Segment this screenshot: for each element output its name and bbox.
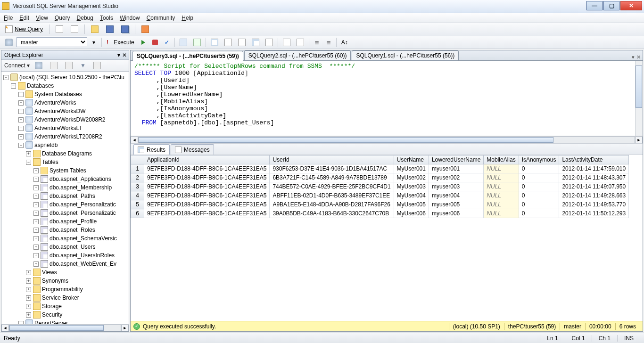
table-row[interactable]: 39E7FE3FD-D188-4DFF-B8C6-1CA4EEF31EA5744… [131,182,629,191]
connect-button[interactable]: Connect ▾ [4,62,30,69]
menu-query[interactable]: Query [55,15,70,21]
cell[interactable]: 930F6253-D37E-41E4-9036-1D1BA41517AC [270,164,394,173]
include-plan-button[interactable] [208,37,221,48]
col-mobilealias[interactable]: MobileAlias [484,155,519,164]
include-stats-button[interactable] [222,37,234,48]
scroll-left-arrow[interactable]: ◄ [1,325,9,331]
cell[interactable]: 0 [519,164,559,173]
tab-sqlquery2[interactable]: SQLQuery2.sql - (...hePC\tuser55 (60)) [244,50,351,60]
table-node[interactable]: dbo.aspnet_Personalizatic [50,201,116,208]
intellisense-button[interactable] [191,37,203,48]
table-node[interactable]: dbo.aspnet_Applications [50,176,111,182]
minimize-button[interactable]: — [586,1,603,10]
menu-tools[interactable]: Tools [100,15,113,21]
cell[interactable]: MyUser004 [394,191,429,200]
db-node[interactable]: AdventureWorksDW [34,108,85,114]
col-username[interactable]: UserName [394,155,429,164]
col-userid[interactable]: UserId [270,155,394,164]
cell[interactable]: 9E7FE3FD-D188-4DFF-B8C6-1CA4EEF31EA5 [144,182,270,191]
databases-node[interactable]: Databases [27,82,54,89]
tab-sqlquery1[interactable]: SQLQuery1.sql - (...hePC\tuser55 (56)) [352,50,459,60]
menu-view[interactable]: View [36,15,48,21]
messages-tab[interactable]: Messages [171,144,214,155]
table-row[interactable]: 59E7FE3FD-D188-4DFF-B8C6-1CA4EEF31EA5A9B… [131,200,629,209]
cell[interactable]: NULL [484,182,519,191]
cell[interactable]: 2012-01-14 11:47:59.010 [559,164,629,173]
new-doc1-button[interactable] [53,24,66,34]
cell[interactable]: myuser006 [429,209,483,218]
col-applicationid[interactable]: ApplicationId [144,155,270,164]
debug-button[interactable] [138,37,149,48]
cell[interactable]: 744BE572-C0AE-4929-BFEE-25F2BC9CF4D1 [270,182,394,191]
exec-debug-button[interactable]: ▾ [89,37,99,48]
cell[interactable]: 0 [519,200,559,209]
system-databases-node[interactable]: System Databases [34,91,82,98]
tab-list-dropdown[interactable]: ▾ [632,54,635,60]
oe-refresh2-button[interactable] [91,60,103,71]
rownum-cell[interactable]: 4 [131,191,144,200]
editor-vertical-scrollbar[interactable] [635,61,643,136]
database-combo[interactable]: master [17,37,87,47]
cell[interactable]: myuser001 [429,164,483,173]
aspnetdb-node[interactable]: aspnetdb [34,142,58,148]
save-button[interactable] [104,24,116,34]
cell[interactable]: 2012-01-14 11:49:28.663 [559,191,629,200]
rownum-cell[interactable]: 5 [131,200,144,209]
cell[interactable]: 9E7FE3FD-D188-4DFF-B8C6-1CA4EEF31EA5 [144,209,270,218]
rownum-cell[interactable]: 1 [131,164,144,173]
database-diagrams-node[interactable]: Database Diagrams [42,150,92,157]
cell[interactable]: NULL [484,191,519,200]
cell[interactable]: myuser003 [429,182,483,191]
cell[interactable]: NULL [484,209,519,218]
oe-filter-button[interactable]: ▼ [78,60,88,71]
cancel-query-button[interactable] [150,37,160,48]
tab-close-button[interactable]: ✕ [636,54,641,60]
cell[interactable]: 9E7FE3FD-D188-4DFF-B8C6-1CA4EEF31EA5 [144,191,270,200]
indent-less-button[interactable]: ≣ [312,37,322,48]
cell[interactable]: 9E7FE3FD-D188-4DFF-B8C6-1CA4EEF31EA5 [144,164,270,173]
cell[interactable]: A9BA1EE5-E148-4DDA-A90B-D2817FA96F26 [270,200,394,209]
db-node[interactable]: AdventureWorksLT2008R2 [34,133,102,140]
cell[interactable]: 6B3A721F-C145-4589-A849-9A78BDE13789 [270,173,394,182]
results-grid-button[interactable] [249,37,262,48]
parse-button[interactable]: ✓ [162,37,172,48]
table-node[interactable]: dbo.aspnet_Personalizatic [50,210,116,216]
cell[interactable]: 0 [519,209,559,218]
system-tables-node[interactable]: System Tables [50,167,86,174]
scroll-thumb[interactable] [636,65,642,108]
est-plan-button[interactable] [177,37,190,48]
rownum-cell[interactable]: 2 [131,173,144,182]
col-lastactivitydate[interactable]: LastActivityDate [559,155,629,164]
table-row[interactable]: 49E7FE3FD-D188-4DFF-B8C6-1CA4EEF31EA5ABF… [131,191,629,200]
specify-values-button[interactable]: A↕ [339,37,350,48]
expander[interactable]: − [3,75,8,80]
folder-node[interactable]: Views [42,269,57,276]
results-tab[interactable]: Results [133,144,170,155]
folder-node[interactable]: Storage [42,303,62,310]
table-node[interactable]: dbo.aspnet_Profile [50,218,97,225]
cell[interactable]: myuser002 [429,173,483,182]
oe-refresh-button[interactable] [33,60,45,71]
panel-close-button[interactable]: ✕ [122,52,127,58]
cell[interactable]: 0 [519,191,559,200]
folder-node[interactable]: Security [42,311,62,318]
table-node[interactable]: dbo.aspnet_SchemaVersic [50,235,117,242]
cell[interactable]: 0 [519,182,559,191]
cell[interactable]: MyUser006 [394,209,429,218]
oe-stop-button[interactable] [63,60,75,71]
menu-community[interactable]: Community [147,15,175,21]
close-button[interactable]: ✕ [620,1,642,10]
cell[interactable]: NULL [484,173,519,182]
object-explorer-tree[interactable]: −(local) (SQL Server 10.50.2500 - thePC\… [1,72,129,324]
menu-file[interactable]: File [4,15,13,21]
cell[interactable]: myuser004 [429,191,483,200]
cell[interactable]: myuser005 [429,200,483,209]
folder-node[interactable]: Service Broker [42,294,79,301]
tables-node[interactable]: Tables [42,159,58,165]
reportserver-node[interactable]: ReportServer [34,320,68,324]
menu-debug[interactable]: Debug [77,15,93,21]
activity-monitor-button[interactable] [139,24,151,34]
execute-button[interactable]: ! Execute [104,37,137,48]
rownum-header[interactable] [131,155,144,164]
tab-sqlquery3[interactable]: SQLQuery3.sql - (...hePC\tuser55 (59)) [132,51,243,61]
